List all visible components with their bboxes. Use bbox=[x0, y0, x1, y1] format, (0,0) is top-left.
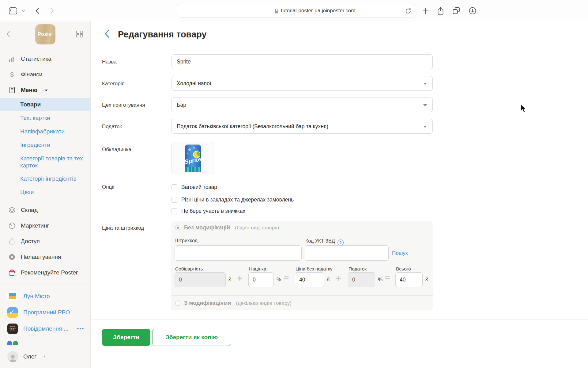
no-modifications-radio[interactable]: Без модифікацій (Один вид товару) bbox=[175, 224, 279, 231]
sidebar-subitem-stations[interactable]: Цехи bbox=[0, 186, 90, 199]
toolbar-chevron-down-icon[interactable] bbox=[18, 0, 28, 21]
app-more-button[interactable]: ••• bbox=[77, 326, 84, 332]
footer-divider bbox=[91, 319, 588, 320]
messages-app-icon bbox=[7, 324, 18, 334]
option-no-discounts[interactable]: Не бере участь в знижках bbox=[172, 207, 245, 215]
sidebar-item-access[interactable]: Доступ bbox=[0, 233, 90, 249]
sidebar-item-label: Склад bbox=[21, 207, 38, 213]
gear-icon bbox=[8, 254, 16, 260]
equals-operator: = bbox=[284, 272, 289, 283]
app-item-partial[interactable] bbox=[0, 337, 90, 345]
markup-label: Націнка bbox=[249, 266, 266, 272]
cover-image[interactable]: Sprite bbox=[172, 142, 214, 174]
browser-toolbar: tutorial-poster-ua.joinposter.com bbox=[0, 0, 588, 21]
markup-input[interactable] bbox=[248, 272, 274, 287]
name-label: Назва bbox=[102, 59, 117, 65]
percent-sign: % bbox=[378, 277, 383, 283]
checkbox-icon[interactable] bbox=[172, 208, 177, 214]
plus-icon bbox=[423, 8, 428, 14]
net-price-input[interactable] bbox=[295, 272, 324, 287]
document-icon bbox=[8, 87, 16, 93]
category-value: Холодні напої bbox=[177, 80, 211, 87]
poster-logo[interactable]: Poster bbox=[35, 24, 55, 44]
ukt-label: Код УКТ ЗЕД? bbox=[305, 238, 344, 244]
tabs-overview-button[interactable] bbox=[450, 0, 462, 21]
tabs-icon bbox=[453, 7, 460, 14]
download-icon bbox=[469, 7, 476, 14]
plus-operator: + bbox=[237, 273, 243, 283]
ukt-input[interactable] bbox=[305, 245, 389, 261]
browser-back-button[interactable] bbox=[31, 0, 43, 21]
main-content: Редагування товару Назва Категорія Холод… bbox=[91, 21, 588, 368]
sidebar-item-recommend-poster[interactable]: Рекомендуйте Poster bbox=[0, 265, 90, 280]
checkbox-icon[interactable] bbox=[172, 184, 177, 190]
sidebar-subitem-ingredient-categories[interactable]: Категорії інгредієнтів bbox=[0, 172, 90, 186]
sidebar-item-statistics[interactable]: Статистика bbox=[0, 51, 90, 67]
user-name: Олег bbox=[23, 353, 36, 360]
search-link[interactable]: Пошук bbox=[392, 250, 408, 256]
header-divider bbox=[91, 48, 588, 48]
option-weight-product[interactable]: Ваговий товар bbox=[172, 183, 217, 191]
option-different-prices[interactable]: Різні ціни в закладах та джерелах замовл… bbox=[172, 196, 294, 203]
back-arrow-icon bbox=[36, 8, 39, 14]
app-item-messages[interactable]: Повідомлення ... ••• bbox=[0, 320, 90, 337]
grid-icon bbox=[76, 31, 83, 37]
sidebar-subitem-products[interactable]: Товари bbox=[0, 98, 90, 111]
apps-grid-button[interactable] bbox=[76, 31, 83, 39]
sidebar-subitem-tech-cards[interactable]: Тех. картки bbox=[0, 111, 90, 125]
dollar-icon: $ bbox=[8, 71, 16, 78]
app-item-software-rro[interactable]: ✓ Програмний РРО ... bbox=[0, 304, 90, 320]
sidebar-subitem-product-categories[interactable]: Категорії товарів та тех. карток bbox=[0, 152, 90, 172]
browser-forward-button[interactable] bbox=[46, 0, 58, 21]
radio-selected-icon[interactable] bbox=[175, 225, 180, 230]
category-select[interactable]: Холодні напої bbox=[172, 76, 433, 91]
app-item-lun-misto[interactable]: Лун Місто bbox=[0, 288, 90, 304]
select-caret-icon bbox=[423, 83, 427, 85]
sidebar: Poster Статистика $ Фінанси Меню Товари … bbox=[0, 21, 91, 368]
sidebar-subitem-semifinished[interactable]: Напівфабрикати bbox=[0, 125, 90, 138]
price-panel: Без модифікацій (Один вид товару) Штрихк… bbox=[171, 221, 433, 310]
app-item-label: Програмний РРО ... bbox=[23, 309, 77, 316]
total-input[interactable] bbox=[395, 272, 423, 287]
sidebar-toggle-icon[interactable] bbox=[7, 0, 19, 21]
downloads-button[interactable] bbox=[466, 0, 479, 21]
address-bar[interactable]: tutorial-poster-ua.joinposter.com bbox=[177, 4, 416, 17]
address-bar-content: tutorial-poster-ua.joinposter.com bbox=[177, 4, 416, 17]
help-icon[interactable]: ? bbox=[337, 240, 344, 246]
sidebar-item-warehouse[interactable]: Склад bbox=[0, 202, 90, 218]
chevron-down-glyph bbox=[21, 10, 25, 12]
layers-icon bbox=[8, 207, 16, 213]
checkbox-icon[interactable] bbox=[172, 197, 177, 203]
sidebar-subitem-ingredients[interactable]: Інгредієнти bbox=[0, 138, 90, 152]
percent-sign: % bbox=[277, 277, 281, 283]
panel-tax-label: Податок bbox=[349, 266, 367, 272]
price-section-label: Ціна та штрихкод bbox=[102, 225, 144, 231]
sidebar-item-menu[interactable]: Меню bbox=[0, 82, 90, 98]
sidebar-item-label: Статистика bbox=[21, 56, 51, 62]
select-caret-icon bbox=[423, 126, 427, 128]
reload-button[interactable] bbox=[405, 8, 412, 16]
page-back-button[interactable] bbox=[104, 29, 109, 39]
radio-unselected-icon[interactable] bbox=[175, 301, 180, 306]
currency-uah: ₴ bbox=[327, 277, 330, 283]
with-modifications-radio[interactable]: З модифікаціями (декілька видів товару) bbox=[175, 300, 292, 306]
category-label: Категорія bbox=[102, 81, 125, 87]
collapse-sidebar-button[interactable] bbox=[6, 31, 10, 39]
sidebar-item-marketing[interactable]: Маркетинг bbox=[0, 218, 90, 233]
name-input[interactable] bbox=[172, 54, 433, 69]
tax-select[interactable]: Податок батьківської категорії (Безалког… bbox=[172, 119, 433, 134]
save-as-copy-button[interactable]: Зберегти як копію bbox=[152, 329, 231, 346]
sidebar-apps: Лун Місто ✓ Програмний РРО ... Повідомле… bbox=[0, 285, 90, 345]
station-label: Цех приготування bbox=[102, 102, 145, 108]
user-footer[interactable]: Олег bbox=[0, 345, 90, 368]
logo-text-bold: Pos bbox=[37, 31, 47, 37]
station-select[interactable]: Бар bbox=[172, 98, 433, 112]
new-tab-button[interactable] bbox=[419, 0, 432, 21]
sidebar-item-settings[interactable]: Налаштування bbox=[0, 249, 90, 265]
sidebar-item-finance[interactable]: $ Фінанси bbox=[0, 67, 90, 82]
reload-icon bbox=[405, 8, 412, 14]
barcode-input[interactable] bbox=[175, 245, 302, 261]
currency-uah: ₴ bbox=[228, 277, 231, 283]
save-button[interactable]: Зберегти bbox=[102, 329, 150, 346]
share-button[interactable] bbox=[434, 0, 447, 21]
